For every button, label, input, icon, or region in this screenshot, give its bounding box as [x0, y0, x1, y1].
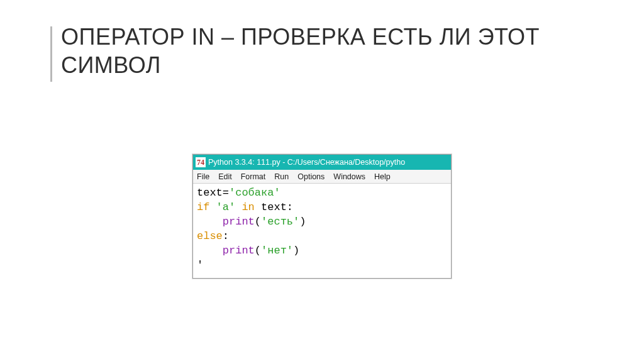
- window-titlebar: 74 Python 3.3.4: 111.py - C:/Users/Снежа…: [193, 155, 451, 170]
- code-string: 'а': [216, 201, 236, 213]
- code-string: 'есть': [261, 216, 299, 228]
- code-text: text:: [255, 201, 293, 213]
- menu-edit[interactable]: Edit: [218, 172, 232, 181]
- code-keyword: else: [197, 230, 223, 242]
- code-paren: (: [255, 245, 261, 257]
- code-colon: :: [223, 230, 229, 242]
- code-keyword: in: [242, 201, 254, 213]
- code-string: 'собака': [229, 187, 280, 199]
- code-func: print: [223, 216, 255, 228]
- code-func: print: [223, 245, 255, 257]
- code-space: [209, 201, 216, 213]
- code-text: text=: [197, 187, 229, 199]
- tk-icon: 74: [196, 157, 206, 167]
- menu-help[interactable]: Help: [374, 172, 391, 181]
- code-indent: [197, 245, 223, 257]
- code-paren: ): [299, 216, 306, 228]
- menu-run[interactable]: Run: [274, 172, 289, 181]
- window-title: Python 3.3.4: 111.py - C:/Users/Снежана/…: [208, 158, 405, 167]
- title-block: ОПЕРАТОР IN – ПРОВЕРКА ЕСТЬ ЛИ ЭТОТ СИМВ…: [50, 23, 606, 82]
- code-keyword: if: [197, 201, 209, 213]
- title-accent-bar: [50, 26, 52, 82]
- code-area[interactable]: text='собака' if 'а' in text: print('ест…: [193, 184, 451, 278]
- code-string: 'нет': [261, 245, 293, 257]
- cursor-mark: ': [197, 259, 203, 271]
- menu-bar: File Edit Format Run Options Windows Hel…: [193, 170, 451, 184]
- slide-title: ОПЕРАТОР IN – ПРОВЕРКА ЕСТЬ ЛИ ЭТОТ СИМВ…: [61, 23, 606, 79]
- code-space: [235, 201, 242, 213]
- code-paren: ): [293, 245, 299, 257]
- slide: ОПЕРАТОР IN – ПРОВЕРКА ЕСТЬ ЛИ ЭТОТ СИМВ…: [0, 0, 644, 361]
- menu-options[interactable]: Options: [297, 172, 325, 181]
- editor-window: 74 Python 3.3.4: 111.py - C:/Users/Снежа…: [192, 154, 452, 279]
- menu-windows[interactable]: Windows: [333, 172, 365, 181]
- menu-format[interactable]: Format: [241, 172, 266, 181]
- code-indent: [197, 216, 223, 228]
- menu-file[interactable]: File: [197, 172, 209, 181]
- code-paren: (: [255, 216, 261, 228]
